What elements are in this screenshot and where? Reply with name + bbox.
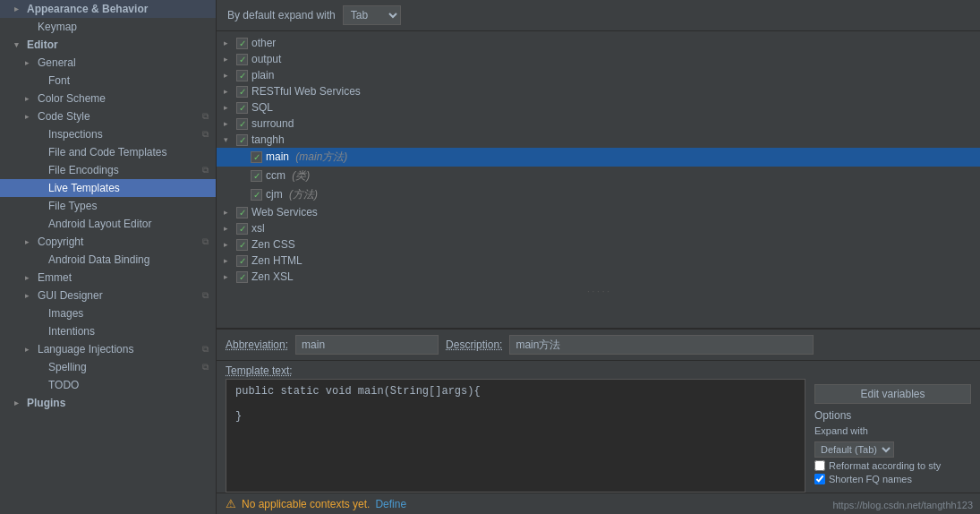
abbreviation-label: Abbreviation: (226, 338, 288, 351)
sidebar-item-spelling[interactable]: Spelling ⧉ (0, 358, 216, 376)
top-bar: By default expand with Tab Enter Space (217, 0, 980, 31)
tree-item-web-services[interactable]: Web Services (217, 204, 980, 220)
checkbox-xsl[interactable] (236, 223, 248, 235)
sidebar-item-android-data[interactable]: Android Data Binding (0, 251, 216, 269)
expand-with-option-label: Expand with (814, 425, 868, 436)
copy-icon-spelling: ⧉ (202, 362, 209, 373)
sidebar-item-file-types[interactable]: File Types (0, 197, 216, 215)
sidebar-item-todo[interactable]: TODO (0, 376, 216, 394)
edit-variables-button[interactable]: Edit variables (814, 384, 971, 404)
sidebar-item-editor[interactable]: Editor (0, 36, 216, 54)
tree-item-tanghh[interactable]: tanghh (217, 132, 980, 148)
expand-with-select[interactable]: Tab Enter Space (343, 5, 401, 25)
checkbox-tanghh[interactable] (236, 134, 248, 146)
sidebar-item-emmet[interactable]: Emmet (0, 269, 216, 287)
sidebar-item-language-injections[interactable]: Language Injections ⧉ (0, 340, 216, 358)
tree-item-cjm[interactable]: cjm (方法) (217, 185, 980, 204)
options-label: Options (814, 409, 971, 422)
copy-icon-inspections: ⧉ (202, 129, 209, 140)
checkbox-sql[interactable] (236, 102, 248, 114)
checkbox-other[interactable] (236, 38, 248, 49)
checkbox-output[interactable] (236, 54, 248, 65)
sidebar-item-inspections[interactable]: Inspections ⧉ (0, 125, 216, 143)
warning-icon: ⚠ (226, 497, 236, 510)
copy-icon-copyright: ⧉ (202, 236, 209, 247)
expand-select-row: Default (Tab) Tab Enter (814, 441, 971, 458)
reformat-row: Reformat according to sty (814, 460, 971, 471)
checkbox-surround[interactable] (236, 118, 248, 130)
shorten-fq-row: Shorten FQ names (814, 474, 971, 484)
checkbox-ccm[interactable] (251, 170, 262, 182)
sidebar-item-code-style[interactable]: Code Style ⧉ (0, 107, 216, 125)
chevron-color-icon (25, 94, 34, 103)
sidebar-item-intentions[interactable]: Intentions (0, 322, 216, 340)
chevron-editor-icon (14, 40, 23, 49)
reformat-label: Reformat according to sty (829, 460, 941, 471)
arrow-zen-html-icon (224, 256, 233, 265)
sidebar-item-gui-designer[interactable]: GUI Designer ⧉ (0, 287, 216, 304)
define-link[interactable]: Define (375, 498, 406, 510)
shorten-fq-checkbox[interactable] (814, 474, 825, 484)
checkbox-plain[interactable] (236, 70, 248, 81)
checkbox-main[interactable] (251, 151, 262, 163)
tree-item-main[interactable]: main (main方法) (217, 148, 980, 167)
tree-item-zen-css[interactable]: Zen CSS (217, 236, 980, 253)
tree-item-output[interactable]: output (217, 51, 980, 67)
chevron-appearance-icon (14, 4, 23, 13)
sidebar-item-copyright[interactable]: Copyright ⧉ (0, 233, 216, 251)
sidebar-item-file-code-templates[interactable]: File and Code Templates (0, 143, 216, 161)
checkbox-restful[interactable] (236, 86, 248, 98)
sidebar-item-appearance[interactable]: Appearance & Behavior (0, 0, 216, 18)
shorten-fq-label: Shorten FQ names (829, 474, 912, 484)
divider: · · · · · (217, 285, 980, 298)
chevron-general-icon (25, 58, 34, 67)
sidebar: Appearance & Behavior Keymap Editor Gene… (0, 0, 217, 514)
sidebar-item-live-templates[interactable]: Live Templates (0, 179, 216, 197)
template-text-label: Template text: (217, 361, 980, 379)
tree-item-surround[interactable]: surround (217, 116, 980, 132)
description-label: Description: (446, 338, 502, 351)
checkbox-zen-xsl[interactable] (236, 271, 248, 283)
tree-item-zen-xsl[interactable]: Zen XSL (217, 269, 980, 285)
code-editor[interactable]: public static void main(String[]args){ } (226, 379, 805, 493)
watermark: https://blog.csdn.net/tangthh123 (832, 500, 973, 510)
arrow-ws-icon (224, 208, 233, 217)
description-input[interactable] (509, 335, 814, 355)
chevron-copyright-icon (25, 237, 34, 246)
arrow-tanghh-icon (224, 135, 233, 144)
sidebar-item-android-layout[interactable]: Android Layout Editor (0, 215, 216, 233)
checkbox-ws[interactable] (236, 207, 248, 218)
sidebar-item-keymap[interactable]: Keymap (0, 18, 216, 36)
sidebar-item-color-scheme[interactable]: Color Scheme (0, 90, 216, 107)
tree-item-restful[interactable]: RESTful Web Services (217, 83, 980, 99)
copy-icon-fe: ⧉ (202, 165, 209, 176)
sidebar-item-file-encodings[interactable]: File Encodings ⧉ (0, 161, 216, 179)
checkbox-zen-css[interactable] (236, 239, 248, 251)
expand-with-label: By default expand with (227, 9, 336, 21)
edit-area: Abbreviation: Description: Template text… (217, 329, 980, 514)
copy-icon-li: ⧉ (202, 344, 209, 355)
chevron-emmet-icon (25, 273, 34, 282)
tree-item-sql[interactable]: SQL (217, 99, 980, 116)
copy-icon-gui: ⧉ (202, 290, 209, 301)
sidebar-item-general[interactable]: General (0, 54, 216, 72)
arrow-other-icon (224, 39, 233, 47)
tree-item-xsl[interactable]: xsl (217, 220, 980, 236)
tree-item-other[interactable]: other (217, 35, 980, 51)
checkbox-cjm[interactable] (251, 189, 262, 201)
templates-tree: other output plain RESTful Web Services (217, 31, 980, 329)
abbreviation-input[interactable] (295, 335, 439, 355)
tree-item-ccm[interactable]: ccm (类) (217, 167, 980, 185)
checkbox-zen-html[interactable] (236, 255, 248, 267)
tree-item-plain[interactable]: plain (217, 67, 980, 83)
chevron-li-icon (25, 345, 34, 354)
fields-row: Abbreviation: Description: (217, 330, 980, 361)
sidebar-item-images[interactable]: Images (0, 304, 216, 322)
expand-with-option-select[interactable]: Default (Tab) Tab Enter (814, 441, 894, 458)
sidebar-item-font[interactable]: Font (0, 72, 216, 90)
expand-with-option-row: Expand with (814, 425, 971, 439)
reformat-checkbox[interactable] (814, 460, 825, 471)
sidebar-item-plugins[interactable]: Plugins (0, 394, 216, 412)
arrow-sql-icon (224, 103, 233, 112)
tree-item-zen-html[interactable]: Zen HTML (217, 253, 980, 269)
